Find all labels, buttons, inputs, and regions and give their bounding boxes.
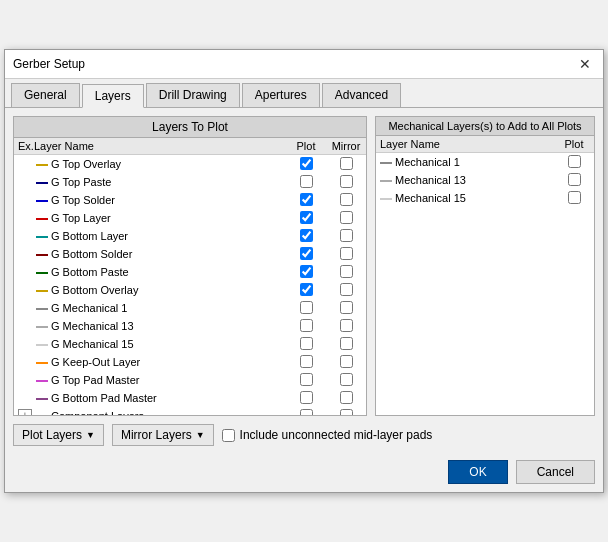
- layer-plot-col: [286, 211, 326, 226]
- right-layer-color-indicator: [380, 198, 392, 200]
- layer-plot-checkbox[interactable]: [300, 193, 313, 206]
- ok-button[interactable]: OK: [448, 460, 507, 484]
- right-col-plot-header: Plot: [554, 138, 594, 150]
- right-layer-plot-checkbox[interactable]: [568, 191, 581, 204]
- layer-mirror-checkbox[interactable]: [340, 391, 353, 404]
- close-button[interactable]: ✕: [575, 56, 595, 72]
- layer-plot-col: [286, 355, 326, 370]
- layer-mirror-checkbox[interactable]: [340, 355, 353, 368]
- layer-name: G Top Layer: [34, 212, 286, 224]
- left-layer-row: G Bottom Paste: [14, 263, 366, 281]
- left-layer-row: G Bottom Pad Master: [14, 389, 366, 407]
- layer-mirror-checkbox[interactable]: [340, 175, 353, 188]
- layer-mirror-checkbox[interactable]: [340, 283, 353, 296]
- layer-plot-col: [286, 283, 326, 298]
- plot-layers-label: Plot Layers: [22, 428, 82, 442]
- layer-name: G Mechanical 15: [34, 338, 286, 350]
- left-layer-row: G Top Overlay: [14, 155, 366, 173]
- right-layer-row: Mechanical 1: [376, 153, 594, 171]
- right-layer-name: Mechanical 13: [376, 174, 554, 186]
- layer-plot-checkbox[interactable]: [300, 409, 313, 416]
- layer-plot-checkbox[interactable]: [300, 175, 313, 188]
- layer-mirror-checkbox[interactable]: [340, 229, 353, 242]
- left-layer-row: G Bottom Solder: [14, 245, 366, 263]
- right-layer-plot-checkbox[interactable]: [568, 173, 581, 186]
- tab-apertures[interactable]: Apertures: [242, 83, 320, 107]
- layer-mirror-checkbox[interactable]: [340, 337, 353, 350]
- left-layer-row: G Top Layer: [14, 209, 366, 227]
- layer-mirror-checkbox[interactable]: [340, 247, 353, 260]
- layer-mirror-col: [326, 319, 366, 334]
- expand-icon[interactable]: +: [18, 409, 32, 415]
- layer-plot-col: [286, 391, 326, 406]
- layer-plot-checkbox[interactable]: [300, 355, 313, 368]
- layer-ex-col: +: [14, 409, 34, 415]
- layer-mirror-checkbox[interactable]: [340, 373, 353, 386]
- layer-mirror-col: [326, 247, 366, 262]
- right-col-name-header: Layer Name: [376, 138, 554, 150]
- title-bar: Gerber Setup ✕: [5, 50, 603, 79]
- layer-name: G Top Overlay: [34, 158, 286, 170]
- layer-plot-col: [286, 175, 326, 190]
- layer-color-indicator: [36, 326, 48, 328]
- mirror-layers-label: Mirror Layers: [121, 428, 192, 442]
- layer-plot-checkbox[interactable]: [300, 283, 313, 296]
- right-layer-plot-col: [554, 191, 594, 206]
- layer-mirror-col: [326, 193, 366, 208]
- layer-color-indicator: [36, 200, 48, 202]
- layer-plot-col: [286, 409, 326, 416]
- right-layer-plot-checkbox[interactable]: [568, 155, 581, 168]
- right-panel: Mechanical Layers(s) to Add to All Plots…: [375, 116, 595, 416]
- layer-color-indicator: [36, 272, 48, 274]
- layer-plot-col: [286, 193, 326, 208]
- dialog-body: Layers To Plot Ex... Layer Name Plot Mir…: [5, 108, 603, 454]
- tab-drill-drawing[interactable]: Drill Drawing: [146, 83, 240, 107]
- layer-name: G Bottom Paste: [34, 266, 286, 278]
- tab-advanced[interactable]: Advanced: [322, 83, 401, 107]
- layer-mirror-checkbox[interactable]: [340, 265, 353, 278]
- layer-mirror-checkbox[interactable]: [340, 211, 353, 224]
- layer-plot-checkbox[interactable]: [300, 157, 313, 170]
- col-plot-header: Plot: [286, 140, 326, 152]
- left-col-headers: Ex... Layer Name Plot Mirror: [14, 138, 366, 155]
- layer-plot-checkbox[interactable]: [300, 319, 313, 332]
- layer-plot-checkbox[interactable]: [300, 211, 313, 224]
- layer-plot-col: [286, 229, 326, 244]
- layer-mirror-checkbox[interactable]: [340, 409, 353, 416]
- right-layer-name: Mechanical 1: [376, 156, 554, 168]
- panels-row: Layers To Plot Ex... Layer Name Plot Mir…: [13, 116, 595, 416]
- layer-plot-checkbox[interactable]: [300, 301, 313, 314]
- right-layer-color-indicator: [380, 180, 392, 182]
- tab-layers[interactable]: Layers: [82, 84, 144, 108]
- layer-mirror-col: [326, 337, 366, 352]
- left-layer-row: G Mechanical 1: [14, 299, 366, 317]
- mirror-layers-button[interactable]: Mirror Layers ▼: [112, 424, 214, 446]
- layer-color-indicator: [36, 362, 48, 364]
- layer-plot-checkbox[interactable]: [300, 391, 313, 404]
- layer-color-indicator: [36, 254, 48, 256]
- layer-plot-checkbox[interactable]: [300, 247, 313, 260]
- include-checkbox[interactable]: [222, 429, 235, 442]
- layer-plot-checkbox[interactable]: [300, 337, 313, 350]
- layer-mirror-checkbox[interactable]: [340, 157, 353, 170]
- left-layer-row: G Top Paste: [14, 173, 366, 191]
- layer-mirror-checkbox[interactable]: [340, 319, 353, 332]
- left-layer-row: G Bottom Overlay: [14, 281, 366, 299]
- layer-name: Component Layers: [34, 410, 286, 415]
- layer-name: G Bottom Layer: [34, 230, 286, 242]
- cancel-button[interactable]: Cancel: [516, 460, 595, 484]
- tab-general[interactable]: General: [11, 83, 80, 107]
- layer-mirror-checkbox[interactable]: [340, 193, 353, 206]
- layer-plot-checkbox[interactable]: [300, 229, 313, 242]
- layer-color-indicator: [36, 398, 48, 400]
- layer-plot-checkbox[interactable]: [300, 265, 313, 278]
- layer-plot-col: [286, 373, 326, 388]
- include-label: Include unconnected mid-layer pads: [240, 428, 433, 442]
- layer-plot-checkbox[interactable]: [300, 373, 313, 386]
- plot-layers-button[interactable]: Plot Layers ▼: [13, 424, 104, 446]
- left-panel: Layers To Plot Ex... Layer Name Plot Mir…: [13, 116, 367, 416]
- col-name-header: Layer Name: [34, 140, 286, 152]
- layer-name: G Mechanical 1: [34, 302, 286, 314]
- layer-mirror-checkbox[interactable]: [340, 301, 353, 314]
- layer-name: G Top Pad Master: [34, 374, 286, 386]
